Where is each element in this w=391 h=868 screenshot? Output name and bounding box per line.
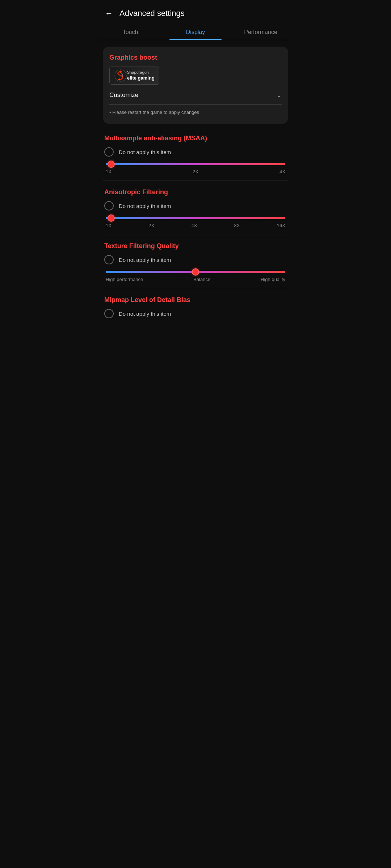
msaa-track-bg bbox=[106, 163, 285, 165]
header: ← Advanced settings bbox=[98, 0, 293, 24]
chevron-down-icon: ⌄ bbox=[276, 91, 282, 99]
texture-slider[interactable]: High performance Balance High quality bbox=[104, 271, 287, 282]
msaa-section: Multisample anti-aliasing (MSAA) Do not … bbox=[103, 127, 288, 180]
msaa-slider[interactable]: 1X 2X 4X bbox=[104, 163, 287, 174]
anisotropic-title: Anisotropic Filtering bbox=[104, 188, 287, 196]
tab-bar: Touch Display Performance bbox=[98, 24, 293, 40]
texture-do-not-apply-row[interactable]: Do not apply this item bbox=[104, 255, 287, 264]
msaa-do-not-apply-label: Do not apply this item bbox=[119, 149, 171, 155]
msaa-label-1x: 1X bbox=[106, 169, 112, 174]
anisotropic-do-not-apply-label: Do not apply this item bbox=[119, 203, 171, 209]
texture-label-balance: Balance bbox=[193, 277, 210, 282]
svg-point-1 bbox=[119, 71, 121, 73]
mipmap-do-not-apply-row[interactable]: Do not apply this item bbox=[104, 309, 287, 318]
anisotropic-do-not-apply-row[interactable]: Do not apply this item bbox=[104, 201, 287, 210]
texture-slider-labels: High performance Balance High quality bbox=[106, 277, 285, 282]
msaa-label-2x: 2X bbox=[193, 169, 198, 174]
tab-touch[interactable]: Touch bbox=[98, 24, 163, 40]
texture-label-high-perf: High performance bbox=[106, 277, 143, 282]
aniso-label-4x: 4X bbox=[191, 223, 197, 228]
msaa-do-not-apply-row[interactable]: Do not apply this item bbox=[104, 147, 287, 157]
snapdragon-badge: Snapdragon elite gaming bbox=[109, 67, 159, 85]
mipmap-do-not-apply-label: Do not apply this item bbox=[119, 311, 171, 317]
tab-performance[interactable]: Performance bbox=[228, 24, 293, 40]
msaa-label-4x: 4X bbox=[279, 169, 285, 174]
msaa-radio[interactable] bbox=[104, 147, 114, 157]
texture-label-high-quality: High quality bbox=[261, 277, 285, 282]
svg-point-2 bbox=[118, 78, 120, 80]
customize-dropdown[interactable]: Customize ⌄ bbox=[109, 91, 282, 105]
anisotropic-track-bg bbox=[106, 217, 285, 219]
graphics-boost-card: Graphics boost Snapdragon elite gaming C… bbox=[103, 47, 288, 124]
anisotropic-section: Anisotropic Filtering Do not apply this … bbox=[103, 180, 288, 234]
anisotropic-slider-track bbox=[106, 217, 285, 219]
restart-notice: Please restart the game to apply changes bbox=[109, 110, 282, 115]
anisotropic-radio[interactable] bbox=[104, 201, 114, 210]
anisotropic-slider-thumb[interactable] bbox=[108, 214, 115, 222]
msaa-slider-track bbox=[106, 163, 285, 165]
texture-slider-thumb[interactable] bbox=[192, 268, 199, 276]
snapdragon-text: Snapdragon elite gaming bbox=[127, 70, 155, 81]
msaa-slider-thumb[interactable] bbox=[108, 161, 115, 168]
aniso-label-8x: 8X bbox=[234, 223, 240, 228]
mipmap-radio[interactable] bbox=[104, 309, 114, 318]
texture-do-not-apply-label: Do not apply this item bbox=[119, 257, 171, 263]
page-title: Advanced settings bbox=[119, 9, 185, 18]
customize-label: Customize bbox=[109, 92, 138, 99]
msaa-title: Multisample anti-aliasing (MSAA) bbox=[104, 135, 287, 142]
aniso-label-2x: 2X bbox=[148, 223, 154, 228]
texture-radio[interactable] bbox=[104, 255, 114, 264]
msaa-slider-labels: 1X 2X 4X bbox=[106, 169, 285, 174]
snapdragon-logo-icon bbox=[114, 69, 127, 82]
mipmap-section: Mipmap Level of Detail Bias Do not apply… bbox=[103, 288, 288, 328]
texture-slider-track bbox=[106, 271, 285, 273]
aniso-label-1x: 1X bbox=[106, 223, 112, 228]
graphics-boost-title: Graphics boost bbox=[109, 54, 282, 61]
tab-display[interactable]: Display bbox=[163, 24, 228, 40]
mipmap-title: Mipmap Level of Detail Bias bbox=[104, 296, 287, 304]
anisotropic-slider[interactable]: 1X 2X 4X 8X 16X bbox=[104, 217, 287, 228]
main-content: Graphics boost Snapdragon elite gaming C… bbox=[98, 40, 293, 334]
anisotropic-slider-labels: 1X 2X 4X 8X 16X bbox=[106, 223, 285, 228]
back-button[interactable]: ← bbox=[105, 9, 113, 18]
texture-title: Texture Filtering Quality bbox=[104, 242, 287, 250]
aniso-label-16x: 16X bbox=[277, 223, 285, 228]
texture-section: Texture Filtering Quality Do not apply t… bbox=[103, 234, 288, 288]
